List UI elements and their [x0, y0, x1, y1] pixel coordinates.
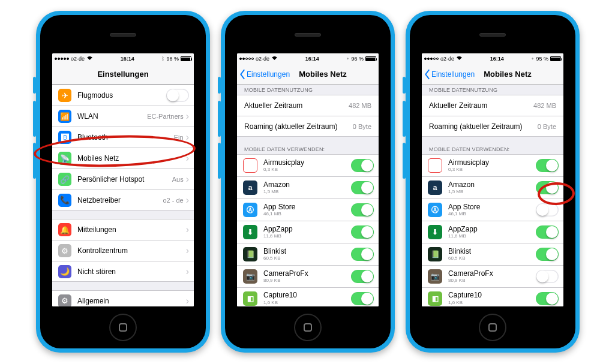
usage-value: 0 Byte	[353, 123, 371, 130]
usage-row: Aktueller Zeitraum482 MB	[237, 95, 379, 116]
app-toggle[interactable]	[351, 248, 374, 261]
row-label: WLAN	[77, 112, 147, 121]
app-row-appstore[interactable]: ⒶApp Store46,1 MB	[422, 198, 563, 221]
usage-value: 0 Byte	[538, 123, 556, 130]
chevron-right-icon: ›	[186, 153, 189, 164]
app-row-airmusicplay[interactable]: ♫Airmusicplay0,3 KB	[422, 154, 563, 176]
app-size: 80,9 KB	[263, 278, 351, 283]
settings-row-flugmodus[interactable]: ✈Flugmodus	[52, 85, 194, 106]
app-row-blinkist[interactable]: 📗Blinkist60,5 KB	[422, 243, 563, 265]
speaker	[110, 33, 136, 37]
cellular-list[interactable]: MOBILE DATENNUTZUNGAktueller Zeitraum482…	[422, 85, 563, 306]
app-toggle[interactable]	[351, 159, 374, 172]
settings-row-mobilesnetz[interactable]: 📡Mobiles Netz›	[52, 148, 194, 169]
home-button[interactable]	[479, 314, 506, 341]
clock: 16:14	[121, 56, 134, 62]
app-icon: ⬇	[428, 225, 442, 239]
bluetooth-icon: ᛭	[346, 56, 349, 62]
app-name: Capture10	[448, 291, 536, 300]
home-button[interactable]	[294, 314, 322, 341]
app-toggle[interactable]	[536, 270, 559, 283]
app-toggle[interactable]	[536, 181, 559, 194]
row-label: Flugmodus	[77, 91, 166, 100]
usage-label: Aktueller Zeitraum	[244, 101, 349, 110]
app-toggle[interactable]	[351, 270, 374, 283]
speaker	[295, 33, 321, 37]
volume-buttons	[403, 101, 406, 137]
settings-list[interactable]: ✈Flugmodus📶WLANEC-Partners›🅱BluetoothEin…	[52, 85, 194, 306]
back-button[interactable]: Einstellungen	[422, 69, 475, 80]
app-text: App Store46,1 MB	[263, 203, 351, 217]
app-toggle[interactable]	[536, 159, 559, 172]
bluetooth-icon: 🅱	[58, 131, 71, 144]
app-row-capture10[interactable]: ◧Capture101,6 KB	[422, 287, 563, 306]
usage-row: Aktueller Zeitraum482 MB	[422, 95, 563, 116]
app-row-capture10[interactable]: ◧Capture101,6 KB	[237, 287, 379, 306]
app-toggle[interactable]	[351, 203, 374, 216]
settings-row-netzbetreiber[interactable]: 📞Netzbetreibero2 - de›	[52, 189, 194, 210]
settings-row-hotspot[interactable]: 🔗Persönlicher HotspotAus›	[52, 169, 194, 189]
signal-icon	[239, 58, 254, 60]
chevron-right-icon: ›	[186, 296, 189, 306]
flugmodus-toggle[interactable]	[166, 89, 189, 102]
app-size: 1,5 MB	[263, 189, 351, 194]
app-size: 46,1 MB	[448, 211, 536, 216]
app-row-amazon[interactable]: aAmazon1,5 MB	[237, 176, 379, 198]
app-icon: ⬇	[243, 225, 257, 239]
bluetooth-icon: ᛭	[531, 56, 534, 62]
settings-row-wlan[interactable]: 📶WLANEC-Partners›	[52, 106, 194, 127]
home-button[interactable]	[109, 314, 137, 341]
settings-row-mitteilungen[interactable]: 🔔Mitteilungen›	[52, 219, 194, 240]
app-toggle[interactable]	[536, 248, 559, 261]
chevron-right-icon: ›	[186, 245, 189, 256]
app-name: Blinkist	[263, 248, 351, 256]
app-row-appstore[interactable]: ⒶApp Store46,1 MB	[237, 198, 379, 221]
app-text: CameraProFx80,9 KB	[263, 270, 351, 284]
chevron-right-icon: ›	[186, 266, 189, 277]
row-label: Mobiles Netz	[77, 154, 186, 163]
row-label: Netzbetreiber	[77, 196, 163, 204]
app-toggle[interactable]	[536, 292, 559, 305]
signal-icon	[55, 58, 69, 60]
settings-row-nichtstoeren[interactable]: 🌙Nicht stören›	[52, 261, 194, 282]
allgemein-icon: ⚙	[58, 294, 71, 307]
row-label: Mitteilungen	[77, 225, 186, 234]
app-row-blinkist[interactable]: 📗Blinkist60,5 KB	[237, 243, 379, 265]
app-icon: ◧	[243, 291, 257, 306]
app-icon: ♫	[243, 158, 257, 173]
settings-row-allgemein[interactable]: ⚙Allgemein›	[52, 290, 194, 306]
nav-bar: Einstellungen	[52, 64, 194, 85]
app-text: Blinkist60,5 KB	[263, 248, 351, 261]
usage-row: Roaming (aktueller Zeitraum)0 Byte	[422, 116, 563, 137]
app-row-cameraprofx[interactable]: 📷CameraProFx80,9 KB	[422, 265, 563, 287]
cellular-list[interactable]: MOBILE DATENNUTZUNGAktueller Zeitraum482…	[237, 85, 379, 306]
app-toggle[interactable]	[351, 225, 374, 239]
app-row-airmusicplay[interactable]: ♫Airmusicplay0,3 KB	[237, 154, 379, 176]
app-toggle[interactable]	[351, 181, 374, 194]
app-icon: 📗	[243, 247, 257, 261]
flugmodus-icon: ✈	[58, 89, 71, 102]
app-row-appzapp[interactable]: ⬇AppZapp11,6 MB	[237, 221, 379, 243]
app-row-cameraprofx[interactable]: 📷CameraProFx80,9 KB	[237, 265, 379, 287]
app-name: AppZapp	[263, 225, 351, 234]
battery-icon	[365, 56, 376, 61]
status-bar: o2-de 16:14 ᛭ 96 %	[237, 53, 379, 64]
row-label: Allgemein	[77, 297, 186, 305]
hotspot-icon: 🔗	[58, 173, 71, 186]
mitteilungen-icon: 🔔	[58, 223, 71, 236]
app-text: AppZapp11,6 MB	[263, 225, 351, 239]
settings-row-bluetooth[interactable]: 🅱BluetoothEin›	[52, 127, 194, 148]
app-size: 1,6 KB	[448, 300, 536, 305]
settings-row-kontrollzentrum[interactable]: ⚙Kontrollzentrum›	[52, 240, 194, 261]
chevron-right-icon: ›	[186, 174, 189, 185]
app-toggle[interactable]	[351, 292, 374, 305]
app-toggle[interactable]	[536, 225, 559, 239]
app-toggle[interactable]	[536, 203, 559, 216]
usage-value: 482 MB	[349, 102, 371, 109]
back-button[interactable]: Einstellungen	[237, 69, 290, 80]
carrier-label: o2-de	[440, 56, 454, 62]
screen: o2-de 16:14 ᛒ 96 % Einstellungen ✈Flugmo…	[52, 53, 194, 306]
app-row-appzapp[interactable]: ⬇AppZapp11,6 MB	[422, 221, 563, 243]
app-row-amazon[interactable]: aAmazon1,5 MB	[422, 176, 563, 198]
row-label: Bluetooth	[77, 133, 174, 142]
